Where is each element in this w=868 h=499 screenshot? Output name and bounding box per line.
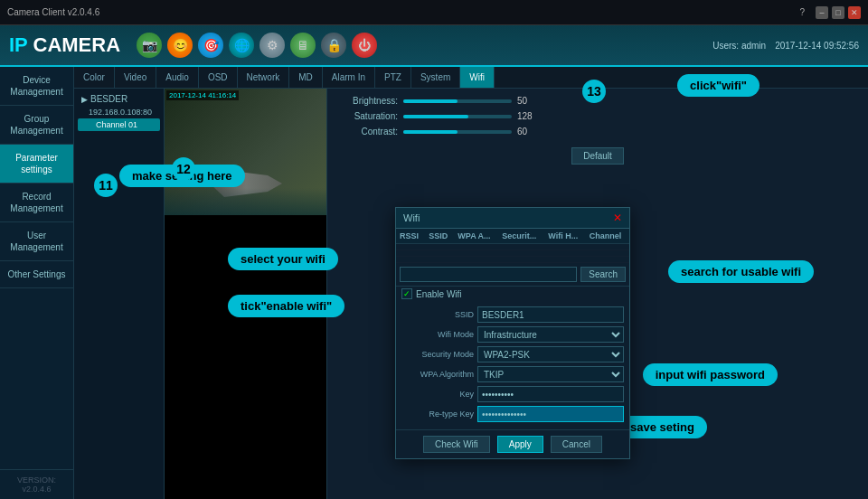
sidebar-version: VERSION: v2.0.4.6 (0, 469, 73, 499)
wifi-dialog-close-button[interactable]: ✕ (613, 212, 622, 224)
contrast-value: 60 (517, 127, 540, 137)
check-wifi-button[interactable]: Check Wifi (423, 436, 490, 453)
annotation-15-label: search for usable wifi (668, 260, 814, 283)
contrast-slider[interactable] (403, 130, 512, 134)
logo-ip: IP (9, 33, 33, 56)
enable-wifi-checkbox[interactable]: ✓ (401, 288, 412, 299)
datetime-display: 2017-12-14 09:52:56 (775, 41, 859, 51)
brightness-slider[interactable] (403, 99, 512, 103)
wifi-networks-table: RSSI SSID WPA A... Securit... Wifi H... … (396, 229, 629, 263)
retype-key-input[interactable] (477, 406, 624, 422)
saturation-slider[interactable] (403, 115, 512, 118)
sidebar-item-other[interactable]: Other Settings (0, 261, 73, 288)
security-mode-row: Security Mode WPA2-PSK (401, 346, 624, 362)
key-input[interactable] (477, 386, 624, 402)
ssid-row: SSID (401, 306, 624, 323)
col-ssid: SSID (425, 229, 454, 244)
sidebar-item-parameter[interactable]: Parameter settings (0, 145, 73, 184)
annotation-17-label: input wifi password (643, 363, 778, 386)
globe-icon-btn[interactable]: 🌐 (229, 33, 254, 58)
tab-video[interactable]: Video (115, 67, 156, 88)
col-security: Securit... (498, 229, 544, 244)
power-icon-btn[interactable]: ⏻ (352, 33, 377, 58)
col-rssi: RSSI (396, 229, 425, 244)
wifi-dialog-titlebar: Wifi ✕ (396, 208, 629, 229)
saturation-row: Saturation: 128 (335, 111, 861, 121)
tab-system[interactable]: System (411, 67, 460, 88)
window-controls: – □ ✕ (816, 6, 861, 19)
wifi-dialog: Wifi ✕ RSSI SSID WPA A... Securit... Wif… (395, 207, 630, 459)
cancel-button[interactable]: Cancel (551, 436, 602, 453)
table-row[interactable] (396, 244, 629, 250)
default-button[interactable]: Default (571, 147, 624, 165)
tab-audio[interactable]: Audio (156, 67, 199, 88)
contrast-row: Contrast: 60 (335, 127, 861, 137)
camera-tree: ▶ BESDER 192.168.0.108:80 Channel 01 (74, 89, 165, 499)
gear-icon-btn[interactable]: ⚙ (259, 33, 285, 58)
sidebar-item-device[interactable]: Device Management (0, 67, 73, 106)
tree-ip[interactable]: 192.168.0.108:80 (78, 106, 160, 118)
wpa-algorithm-select[interactable]: TKIP (477, 366, 624, 382)
header-toolbar: 📷 😊 🎯 🌐 ⚙ 🖥 🔒 ⏻ (137, 33, 377, 58)
camera-feed: 2017-12-14 41:16:14 (165, 89, 326, 215)
ssid-input[interactable] (477, 306, 624, 323)
wifi-dialog-footer: Check Wifi Apply Cancel (396, 429, 629, 458)
sidebar-item-group[interactable]: Group Management (0, 106, 73, 145)
tab-md[interactable]: MD (289, 67, 323, 88)
tab-network[interactable]: Network (238, 67, 290, 88)
key-label: Key (401, 390, 474, 399)
user-info: Users: admin (712, 41, 766, 51)
sidebar-item-record[interactable]: Record Management (0, 184, 73, 222)
table-row[interactable] (396, 250, 629, 257)
wifi-form: SSID Wifi Mode Infrastructure Security M… (396, 303, 629, 429)
enable-wifi-row: ✓ Enable Wifi (396, 287, 629, 303)
retype-key-label: Re-type Key (401, 410, 474, 419)
steering-icon-btn[interactable]: 🎯 (198, 33, 223, 58)
main-layout: Device Management Group Management Param… (0, 67, 868, 499)
face-icon-btn[interactable]: 😊 (167, 33, 193, 58)
table-row[interactable] (396, 257, 629, 263)
apply-button[interactable]: Apply (497, 436, 543, 453)
annotation-13-label: click"wifi" (677, 74, 760, 97)
maximize-button[interactable]: □ (832, 6, 844, 19)
close-button[interactable]: ✕ (848, 6, 861, 19)
top-bar: Camera Client v2.0.4.6 ? – □ ✕ (0, 0, 868, 25)
annotation-tick-label: tick"enable wifi" (228, 295, 344, 317)
saturation-value: 128 (517, 111, 540, 121)
tab-osd[interactable]: OSD (199, 67, 238, 88)
tree-expand-icon: ▶ (81, 95, 88, 104)
wifi-search-input[interactable] (400, 267, 577, 282)
wifi-mode-row: Wifi Mode Infrastructure (401, 326, 624, 343)
tab-ptz[interactable]: PTZ (375, 67, 411, 88)
sidebar: Device Management Group Management Param… (0, 67, 74, 499)
retype-key-row: Re-type Key (401, 406, 624, 422)
minimize-button[interactable]: – (816, 6, 828, 19)
wifi-mode-label: Wifi Mode (401, 330, 474, 339)
sidebar-item-user[interactable]: User Management (0, 222, 73, 261)
window-help[interactable]: ? (799, 7, 805, 17)
col-wifi-h: Wifi H... (544, 229, 585, 244)
top-bar-right: ? – □ ✕ (799, 6, 861, 19)
logo-camera: CAMERA (33, 33, 121, 56)
camera-icon-btn[interactable]: 📷 (137, 33, 162, 58)
tree-channel[interactable]: Channel 01 (78, 118, 160, 131)
contrast-label: Contrast: (335, 127, 398, 137)
app-version: Camera Client v2.0.4.6 (7, 7, 99, 17)
wpa-algorithm-label: WPA Algorithm (401, 370, 474, 379)
tab-color[interactable]: Color (74, 67, 115, 88)
annotation-12-number: 12 (172, 157, 195, 181)
wifi-search-button[interactable]: Search (580, 267, 626, 282)
wifi-search-bar: Search (396, 263, 629, 287)
camera-preview: 2017-12-14 41:16:14 (165, 89, 327, 499)
enable-wifi-label: Enable Wifi (416, 289, 462, 299)
annotation-select-wifi-label: select your wifi (228, 248, 338, 270)
key-row: Key (401, 386, 624, 402)
tab-wifi[interactable]: Wifi (460, 67, 495, 88)
lock-icon-btn[interactable]: 🔒 (321, 33, 346, 58)
security-mode-select[interactable]: WPA2-PSK (477, 346, 624, 362)
wifi-mode-select[interactable]: Infrastructure (477, 326, 624, 343)
brightness-label: Brightness: (335, 96, 398, 106)
tree-root[interactable]: ▶ BESDER (78, 92, 160, 106)
screen-icon-btn[interactable]: 🖥 (290, 33, 316, 58)
tab-alarm[interactable]: Alarm In (323, 67, 375, 88)
